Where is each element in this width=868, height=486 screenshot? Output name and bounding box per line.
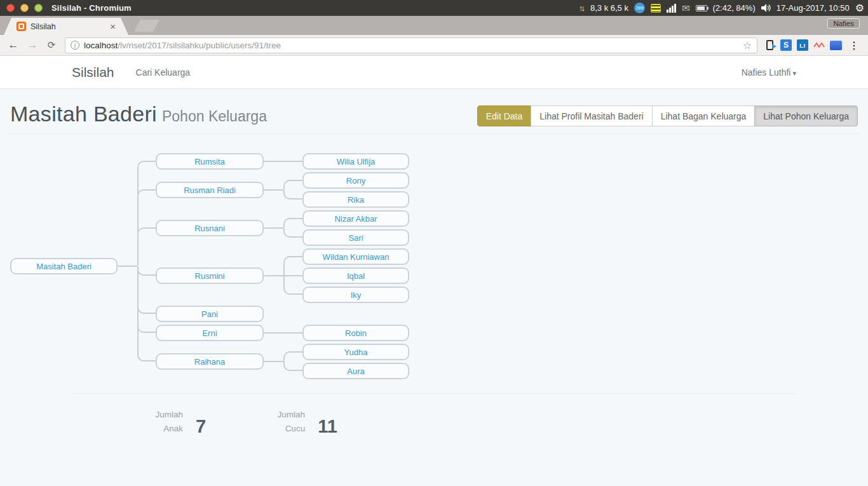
stat-cucu: Jumlah Cucu 11 <box>268 408 337 436</box>
tree-connector <box>118 266 137 267</box>
site-info-icon[interactable]: i <box>71 41 79 50</box>
tree-node[interactable]: Rika <box>302 191 409 208</box>
window-title: Silsilah - Chromium <box>51 3 132 13</box>
battery-status-text: (2:42, 84%) <box>713 3 756 13</box>
page-title: Masitah Baderi <box>10 102 157 126</box>
tree-node[interactable]: Erni <box>156 325 264 341</box>
signal-strength-icon[interactable] <box>667 4 676 13</box>
tree-node[interactable]: Nizar Akbar <box>302 210 409 227</box>
stat-cucu-label: Jumlah Cucu <box>268 408 305 436</box>
tree-connector <box>264 161 283 162</box>
send-to-device-extension-icon[interactable] <box>763 38 776 52</box>
tree-connector <box>283 228 302 238</box>
tree-connector <box>283 351 302 361</box>
tab-close-icon[interactable]: × <box>110 21 116 32</box>
stat-anak: Jumlah Anak 7 <box>146 408 206 436</box>
battery-icon[interactable] <box>696 5 707 11</box>
window-close-button[interactable] <box>6 4 15 12</box>
stat-cucu-value: 11 <box>318 417 337 436</box>
gear-icon[interactable]: ⚙ <box>855 2 864 14</box>
web-page: Silsilah Cari Keluarga Nafies Luthfi▾ Ma… <box>0 56 868 486</box>
action-button-group: Edit DataLihat Profil Masitah BaderiLiha… <box>477 105 858 126</box>
tree-connector <box>137 227 156 266</box>
network-traffic-icon[interactable]: ↑↓ <box>579 3 583 13</box>
new-tab-button[interactable] <box>134 20 159 32</box>
app-brand[interactable]: Silsilah <box>72 65 114 80</box>
tree-node[interactable]: Sari <box>302 229 409 246</box>
tab-title: Silsilah <box>31 22 106 31</box>
tree-node[interactable]: Masitah Baderi <box>10 258 118 274</box>
tree-node[interactable]: Aura <box>302 363 409 379</box>
tree-connector <box>264 189 283 191</box>
browser-tab[interactable]: Silsilah × <box>4 18 128 35</box>
li-extension-icon[interactable]: LI <box>796 38 810 52</box>
tree-node[interactable]: Robin <box>302 325 409 341</box>
action-button-1[interactable]: Lihat Profil Masitah Baderi <box>531 105 652 126</box>
action-button-3[interactable]: Lihat Pohon Keluarga <box>754 105 858 126</box>
reload-button[interactable]: ⟳ <box>43 37 60 53</box>
tree-node[interactable]: Rusnani <box>156 220 264 236</box>
stat-anak-value: 7 <box>196 417 206 436</box>
family-tree: Masitah BaderiRumsitaWilia UlfijaRusman … <box>0 134 868 393</box>
s-extension-icon[interactable]: S <box>779 38 793 52</box>
blue-extension-icon[interactable] <box>829 38 843 52</box>
stats-row: Jumlah Anak 7 Jumlah Cucu 11 <box>72 394 796 436</box>
tab-strip: Silsilah × Nafies <box>0 16 868 35</box>
nav-link-cari-keluarga[interactable]: Cari Keluarga <box>136 67 191 78</box>
stat-anak-label: Jumlah Anak <box>146 408 183 436</box>
page-header: Masitah BaderiPohon Keluarga Edit DataLi… <box>9 89 859 134</box>
system-tray: ↑↓ 8,3 k 6,5 k 289 ✉ (2:42, 84%) 17-Aug-… <box>579 0 864 16</box>
laravel-extension-icon[interactable] <box>812 38 826 52</box>
url-host: localhost <box>84 41 118 50</box>
page-subtitle: Pohon Keluarga <box>162 108 267 125</box>
url-path: /lv/riset/2017/silsilahku/public/users/9… <box>118 41 281 50</box>
user-dropdown[interactable]: Nafies Luthfi▾ <box>742 67 796 78</box>
xampp-favicon-icon <box>17 22 26 31</box>
tree-connector <box>283 218 302 227</box>
tree-connector <box>283 161 302 162</box>
top-panel: Silsilah - Chromium ↑↓ 8,3 k 6,5 k 289 ✉… <box>0 0 868 16</box>
bookmark-star-icon[interactable]: ☆ <box>743 39 752 51</box>
tree-connector <box>264 227 283 229</box>
clock-text: 17-Aug-2017, 10:50 <box>776 3 850 13</box>
page-title-block: Masitah BaderiPohon Keluarga <box>10 102 267 126</box>
tree-connector <box>283 180 302 189</box>
tree-connector <box>283 361 302 371</box>
tree-node[interactable]: Rony <box>302 172 409 189</box>
mail-indicator-icon[interactable]: ✉ <box>682 3 690 14</box>
tree-connector <box>283 256 302 275</box>
window-maximize-button[interactable] <box>34 4 43 12</box>
volume-icon[interactable] <box>761 4 771 12</box>
tree-connector <box>264 332 283 334</box>
forward-button[interactable]: → <box>24 37 41 53</box>
window-controls <box>6 4 43 12</box>
indicator-badge-icon[interactable]: 289 <box>634 3 645 13</box>
back-button[interactable]: ← <box>5 37 22 53</box>
user-name: Nafies Luthfi <box>742 67 791 78</box>
tree-node[interactable]: Iky <box>302 287 409 303</box>
window-minimize-button[interactable] <box>20 4 29 12</box>
url-bar[interactable]: i localhost/lv/riset/2017/silsilahku/pub… <box>65 37 757 53</box>
tree-node[interactable]: Wilia Ulfija <box>302 153 409 170</box>
tree-node[interactable]: Iqbal <box>302 267 409 284</box>
tree-connector <box>283 332 302 334</box>
tree-node[interactable]: Raihana <box>156 353 264 370</box>
browser-menu-icon[interactable]: ⋮ <box>845 39 863 51</box>
tree-node[interactable]: Yudha <box>302 344 409 360</box>
tree-connector <box>264 275 283 276</box>
network-speed-text: 8,3 k 6,5 k <box>590 3 628 13</box>
tree-node[interactable]: Pani <box>156 306 264 322</box>
tree-connector <box>283 276 302 295</box>
action-button-0[interactable]: Edit Data <box>477 105 532 126</box>
tree-node[interactable]: Rumsita <box>156 153 264 170</box>
browser-toolbar: ← → ⟳ i localhost/lv/riset/2017/silsilah… <box>0 35 868 56</box>
url-text[interactable]: localhost/lv/riset/2017/silsilahku/publi… <box>84 41 738 50</box>
action-button-2[interactable]: Lihat Bagan Keluarga <box>652 105 756 126</box>
tree-node[interactable]: Rusman Riadi <box>156 182 264 198</box>
tree-node[interactable]: Rusmini <box>156 267 264 284</box>
tree-connector <box>283 190 302 199</box>
notes-indicator-icon[interactable] <box>651 4 661 13</box>
tree-node[interactable]: Wildan Kurniawan <box>302 248 409 265</box>
tree-connector <box>264 361 283 362</box>
caret-down-icon: ▾ <box>792 69 796 77</box>
